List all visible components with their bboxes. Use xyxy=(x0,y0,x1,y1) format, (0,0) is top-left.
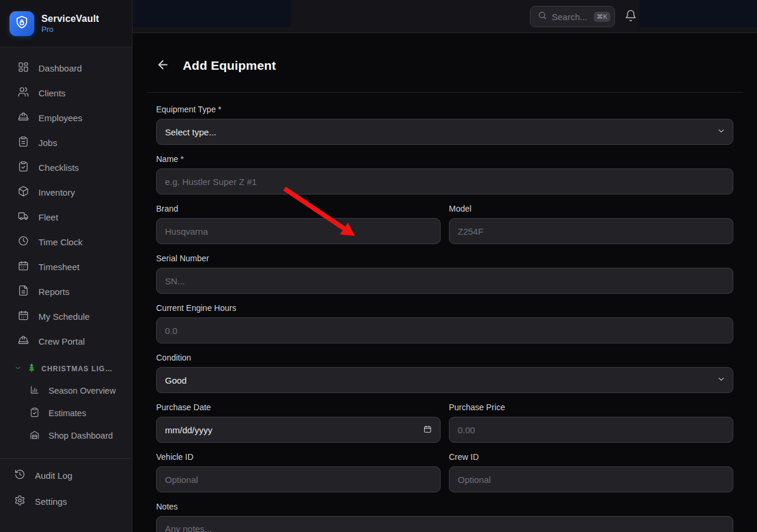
sidebar-item-fleet[interactable]: Fleet xyxy=(0,205,132,229)
purchase-price-input[interactable] xyxy=(449,417,733,443)
sidebar-item-employees[interactable]: Employees xyxy=(0,105,132,130)
search-icon xyxy=(538,11,547,22)
sidebar-item-label: Crew Portal xyxy=(38,336,85,346)
brand-group: Brand xyxy=(156,204,441,244)
engine-hours-label: Current Engine Hours xyxy=(156,303,733,313)
purchase-date-group: Purchase Date mm/dd/yyyy xyxy=(156,403,441,443)
model-label: Model xyxy=(449,204,733,213)
sidebar-item-timesheet[interactable]: Timesheet xyxy=(0,254,132,279)
search-placeholder: Search... xyxy=(552,12,589,22)
sidebar-item-label: Shop Dashboard xyxy=(48,430,113,442)
brand-label: Brand xyxy=(156,204,441,213)
sidebar-item-label: Employees xyxy=(38,113,82,123)
sidebar-item-shop-dashboard[interactable]: Shop Dashboard xyxy=(0,424,132,447)
name-input[interactable] xyxy=(156,168,733,194)
chevron-down-icon xyxy=(717,375,726,385)
crew-id-group: Crew ID xyxy=(449,452,733,492)
file-text-icon xyxy=(18,285,29,298)
topbar-decoration-right xyxy=(639,0,757,27)
bell-icon xyxy=(625,9,637,24)
sidebar-item-dashboard[interactable]: Dashboard xyxy=(0,56,132,80)
topbar: Search... ⌘K xyxy=(132,0,757,33)
purchase-date-input[interactable]: mm/dd/yyyy xyxy=(156,417,441,443)
clipboard-list-icon xyxy=(18,136,29,149)
serial-label: Serial Number xyxy=(156,254,733,263)
name-group: Name * xyxy=(156,154,733,194)
condition-label: Condition xyxy=(156,353,733,362)
sidebar-item-crew-portal[interactable]: Crew Portal xyxy=(0,329,132,353)
hard-hat-icon xyxy=(18,335,29,348)
sidebar-item-jobs[interactable]: Jobs xyxy=(0,130,132,155)
equipment-type-label: Equipment Type * xyxy=(156,105,733,114)
serial-group: Serial Number xyxy=(156,254,733,294)
sidebar-item-settings[interactable]: Settings xyxy=(0,488,132,514)
sidebar-item-checklists[interactable]: Checklists xyxy=(0,155,132,180)
sidebar: ServiceVault Pro Dashboard Clients Emplo… xyxy=(0,0,132,532)
dashboard-grid-icon xyxy=(18,61,29,74)
sidebar-item-audit-log[interactable]: Audit Log xyxy=(0,462,132,488)
sidebar-item-label: Inventory xyxy=(38,187,75,197)
sidebar-header: ServiceVault Pro xyxy=(0,0,132,47)
sidebar-item-reports[interactable]: Reports xyxy=(0,279,132,304)
main-column: Search... ⌘K Add Equipment Equipment Typ… xyxy=(132,0,757,532)
sidebar-item-label: Fleet xyxy=(38,212,58,222)
warehouse-icon xyxy=(30,430,40,442)
sidebar-item-label: Checklists xyxy=(38,163,79,173)
sidebar-item-label: My Schedule xyxy=(38,312,90,322)
clock-icon xyxy=(18,235,29,248)
add-equipment-form: Equipment Type * Select type... Name * B… xyxy=(156,105,733,532)
users-icon xyxy=(18,86,29,99)
search-input[interactable]: Search... ⌘K xyxy=(530,6,615,27)
page-header: Add Equipment xyxy=(156,57,733,74)
christmas-tree-icon xyxy=(27,363,36,375)
sidebar-item-estimates[interactable]: Estimates xyxy=(0,402,132,424)
truck-icon xyxy=(18,210,29,223)
sidebar-item-season-overview[interactable]: Season Overview xyxy=(0,379,132,402)
condition-group: Condition Good xyxy=(156,353,733,393)
chevron-down-icon xyxy=(717,126,726,137)
serial-number-input[interactable] xyxy=(156,268,733,294)
sidebar-item-time-clock[interactable]: Time Clock xyxy=(0,229,132,254)
notifications-button[interactable] xyxy=(623,9,638,24)
sidebar-section-christmas-lights[interactable]: CHRISTMAS LIG… xyxy=(0,358,132,379)
name-label: Name * xyxy=(156,154,733,164)
bar-chart-icon xyxy=(30,385,40,397)
app-root: ServiceVault Pro Dashboard Clients Emplo… xyxy=(0,0,757,532)
sidebar-item-label: Clients xyxy=(38,88,66,98)
notes-textarea[interactable] xyxy=(156,516,733,532)
shield-lock-icon xyxy=(14,15,30,33)
equipment-type-value: Select type... xyxy=(165,127,216,137)
gear-icon xyxy=(14,495,25,508)
topbar-decoration-left xyxy=(132,0,290,27)
logo xyxy=(9,11,34,36)
arrow-left-icon xyxy=(156,58,170,73)
equipment-type-select[interactable]: Select type... xyxy=(156,119,733,145)
engine-hours-input[interactable] xyxy=(156,317,733,343)
back-button[interactable] xyxy=(156,58,170,73)
calendar-icon xyxy=(18,310,29,323)
brand-block: ServiceVault Pro xyxy=(41,14,99,34)
notes-group: Notes xyxy=(156,502,733,532)
sidebar-item-clients[interactable]: Clients xyxy=(0,80,132,105)
engine-hours-group: Current Engine Hours xyxy=(156,303,733,343)
sidebar-item-inventory[interactable]: Inventory xyxy=(0,180,132,205)
brand-name: ServiceVault xyxy=(41,14,99,24)
page-title: Add Equipment xyxy=(183,59,276,73)
model-input[interactable] xyxy=(449,218,733,244)
crew-id-input[interactable] xyxy=(449,466,733,492)
brand-input[interactable] xyxy=(156,218,441,244)
sidebar-section-label: CHRISTMAS LIG… xyxy=(41,365,113,373)
condition-value: Good xyxy=(165,375,187,385)
condition-select[interactable]: Good xyxy=(156,367,733,393)
crew-id-label: Crew ID xyxy=(449,452,733,462)
sidebar-item-my-schedule[interactable]: My Schedule xyxy=(0,304,132,329)
sidebar-item-label: Jobs xyxy=(38,138,57,148)
sidebar-nav: Dashboard Clients Employees Jobs Checkli… xyxy=(0,47,132,458)
vehicle-id-input[interactable] xyxy=(156,466,441,492)
sidebar-footer: Audit Log Settings xyxy=(0,458,132,532)
chevron-down-icon xyxy=(14,364,22,374)
purchase-date-value: mm/dd/yyyy xyxy=(165,425,212,435)
vehicle-id-label: Vehicle ID xyxy=(156,452,441,462)
hard-hat-icon xyxy=(18,111,29,124)
sidebar-item-label: Time Clock xyxy=(38,237,82,247)
